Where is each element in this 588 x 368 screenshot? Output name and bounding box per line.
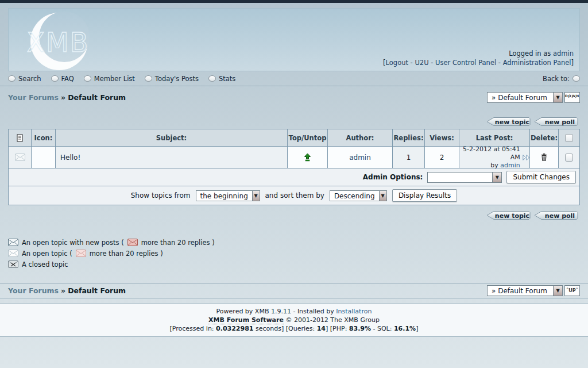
php-percent: 83.9%: [349, 325, 371, 332]
new-poll-button[interactable]: new poll: [534, 210, 579, 220]
topic-subject-cell: Hello!: [56, 147, 287, 168]
chevron-down-icon: ▼: [492, 172, 501, 182]
submit-changes-button[interactable]: Submit Changes: [506, 171, 576, 183]
nav-item-faq[interactable]: FAQ: [51, 75, 74, 83]
legend-text: more than 20 replies ): [141, 239, 215, 247]
header-cell-replies: Replies:: [393, 129, 424, 146]
sort-value: Descending: [330, 191, 379, 201]
topic-author-cell: admin: [328, 147, 392, 168]
new-topic-button[interactable]: new topic: [486, 210, 531, 220]
stats-text: ]: [416, 325, 418, 332]
forum-jump-select[interactable]: » Default Forum ▼: [487, 92, 563, 103]
legend-closed: A closed topic: [8, 259, 580, 270]
last-post-date: 5-2-2012 at 05:41 AM: [463, 145, 520, 161]
administration-panel-link[interactable]: Administration Panel: [503, 59, 571, 67]
legend-open-new: An open topic with new posts ( more than…: [8, 237, 580, 248]
topic-status-cell: [9, 147, 31, 168]
breadcrumb-separator: »: [61, 93, 65, 102]
nav-item-member-list[interactable]: Member List: [84, 75, 135, 83]
processed-time: 0.0322981: [216, 325, 253, 332]
legend-text: A closed topic: [22, 260, 68, 269]
member-list-icon: [84, 75, 91, 82]
xmb-logo: XMB: [12, 9, 103, 70]
nav-label: Today's Posts: [155, 75, 199, 83]
new-topic-button[interactable]: new topic: [486, 117, 531, 126]
open-topic-icon: [15, 154, 25, 161]
forum-jump-value: » Default Forum: [488, 93, 553, 102]
back-to-icon: [572, 75, 580, 82]
nav-item-search[interactable]: Search: [8, 75, 41, 83]
legend-open: An open topic ( more than 20 replies ): [8, 248, 580, 259]
chevron-down-icon: ▼: [553, 93, 562, 102]
nav-label: Member List: [94, 75, 135, 83]
breadcrumb-row: Your Forums»Default Forum » Default Foru…: [0, 86, 588, 103]
logout-link[interactable]: Logout: [386, 59, 408, 67]
breadcrumb: Your Forums»Default Forum: [8, 93, 126, 102]
u2u-link[interactable]: U2U: [415, 59, 428, 67]
username-link[interactable]: admin: [553, 49, 574, 57]
show-topics-from-select[interactable]: the beginning ▼: [196, 190, 260, 201]
breadcrumb-root-link[interactable]: Your Forums: [8, 286, 59, 295]
open-topic-envelope-icon: [8, 250, 18, 257]
copyright-text: © 2001-2012 The XMB Group: [284, 316, 380, 324]
bracket: ]: [571, 59, 574, 67]
powered-by-text: Powered by XMB 1.9.11 - Installed by: [216, 308, 336, 315]
breadcrumb-root-link[interactable]: Your Forums: [8, 93, 59, 102]
stats-text: ] [PHP:: [326, 325, 349, 332]
installatron-link[interactable]: Installatron: [336, 308, 372, 315]
nav-label: Stats: [219, 75, 235, 83]
display-results-button[interactable]: Display Results: [392, 189, 457, 202]
powered-by-line: Powered by XMB 1.9.11 - Installed by Ins…: [0, 307, 588, 316]
admin-options-select[interactable]: ▼: [427, 172, 502, 183]
from-value: the beginning: [196, 191, 252, 201]
topic-checkbox[interactable]: [565, 154, 573, 162]
last-post-user-link[interactable]: admin: [500, 162, 520, 169]
forum-jump-value: » Default Forum: [488, 286, 553, 296]
nav-item-stats[interactable]: Stats: [208, 75, 235, 83]
hot-open-topic-envelope-icon: [76, 250, 86, 257]
breadcrumb: Your Forums»Default Forum: [8, 286, 126, 295]
back-to-control[interactable]: Back to:: [543, 75, 580, 83]
chevron-down-icon: ▼: [252, 191, 260, 201]
todays-posts-icon: [145, 75, 152, 82]
svg-text:new topic: new topic: [495, 212, 529, 220]
login-info: Logged in as admin [Logout - U2U - User …: [383, 49, 574, 67]
admin-options-value: [428, 172, 492, 182]
chevron-down-icon: ▼: [379, 191, 386, 201]
stats-icon: [208, 75, 216, 82]
topic-legend: An open topic with new posts ( more than…: [8, 237, 580, 270]
topic-icon-cell: [32, 147, 55, 168]
separator: -: [429, 59, 435, 67]
trash-icon[interactable]: [540, 153, 548, 162]
topic-subject-link[interactable]: Hello!: [60, 154, 80, 162]
stats-line: [Processed in: 0.0322981 seconds] [Queri…: [0, 324, 588, 333]
header-panel: XMB Logged in as admin [Logout - U2U - U…: [8, 8, 580, 71]
header-cell-select-all: [559, 129, 579, 146]
stats-text: seconds] [Queries:: [253, 325, 316, 332]
new-poll-button[interactable]: new poll: [534, 117, 579, 126]
faq-icon: [51, 75, 59, 82]
goto-last-post-icon[interactable]: [523, 154, 529, 161]
forum-jump-bottom: » Default Forum ▼ ˆUPˆ: [487, 285, 580, 296]
topic-replies-cell: 1: [393, 147, 424, 168]
nav-label: Search: [18, 75, 41, 83]
footer-panel: Powered by XMB 1.9.11 - Installed by Ins…: [0, 304, 588, 337]
select-all-checkbox[interactable]: [565, 134, 573, 142]
forum-jump-select[interactable]: » Default Forum ▼: [487, 285, 563, 296]
svg-text:new topic: new topic: [495, 118, 529, 126]
back-to-label: Back to:: [543, 75, 570, 83]
top-arrow-icon[interactable]: [304, 153, 311, 162]
xmb-software-link[interactable]: XMB Forum Software: [208, 316, 284, 324]
jump-down-button[interactable]: DOWN ˇ ˇ ˇ: [564, 92, 580, 103]
breadcrumb-current: Default Forum: [68, 286, 126, 295]
down-carets-icon: ˇ ˇ ˇ: [568, 98, 577, 101]
sql-percent: 16.1%: [394, 325, 416, 332]
topic-filter-row: Show topics from the beginning ▼ and sor…: [9, 186, 579, 205]
separator: -: [496, 59, 502, 67]
sort-order-select[interactable]: Descending ▼: [330, 190, 387, 201]
stats-text: [Processed in:: [170, 325, 216, 332]
jump-up-button[interactable]: ˆUPˆ: [564, 285, 580, 296]
author-link[interactable]: admin: [349, 154, 371, 162]
user-control-panel-link[interactable]: User Control Panel: [435, 59, 496, 67]
nav-item-todays-posts[interactable]: Today's Posts: [145, 75, 199, 83]
